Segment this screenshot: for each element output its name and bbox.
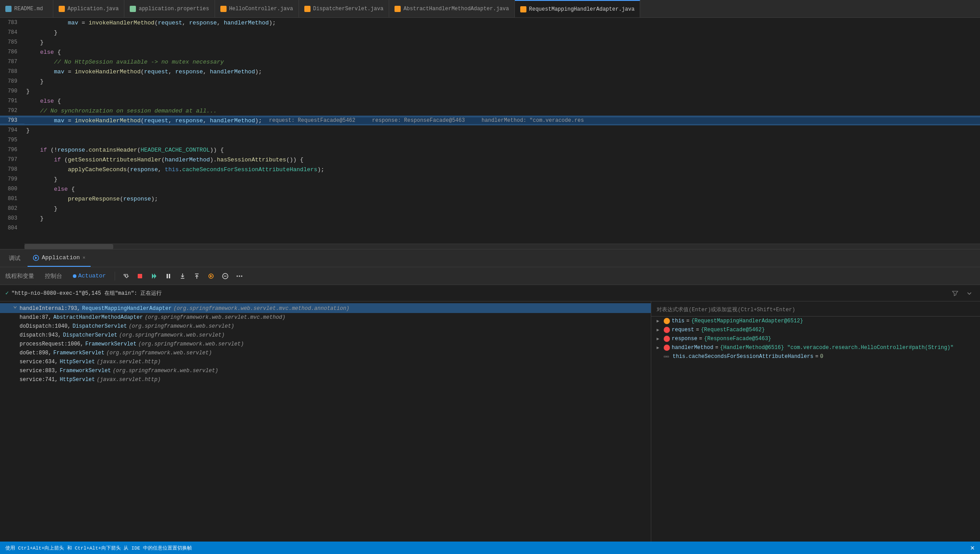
step-over-button[interactable] xyxy=(120,271,131,281)
line-content-794: } xyxy=(24,127,980,134)
actuator-label: Actuator xyxy=(78,273,106,279)
table-row: 793 mav = invokeHandlerMethod(request, r… xyxy=(0,116,980,125)
expand-icon-handlermethod: ▶ xyxy=(657,345,662,350)
vars-hint: 对表达式求值(Enter)或添加监视(Ctrl+Shift+Enter) xyxy=(651,303,980,317)
line-content-797: if (getSessionAttributesHandler(handlerM… xyxy=(24,157,980,163)
line-content-803: } xyxy=(24,215,980,222)
tab-label-appprops: application.properties xyxy=(139,6,209,12)
stack-frame-7[interactable]: service:883, FrameworkServlet (org.sprin… xyxy=(0,366,651,375)
tab-application[interactable]: Application.java xyxy=(53,0,124,17)
application-run-icon xyxy=(33,255,39,261)
tab-appprops[interactable]: application.properties xyxy=(124,0,215,17)
table-row: 797 if (getSessionAttributesHandler(hand… xyxy=(0,155,980,165)
var-value-response: {ResponseFacade@5463} xyxy=(704,336,771,342)
line-num-799: 799 xyxy=(0,176,24,182)
debug-tab-application-label: Application xyxy=(42,254,80,261)
tab-hello[interactable]: HelloController.java xyxy=(215,0,299,17)
frame-class-1: AbstractHandlerMethodAdapter xyxy=(53,314,143,321)
var-value-cacheseconds: 0 xyxy=(820,353,823,360)
debug-tab-close[interactable]: × xyxy=(83,255,86,261)
actuator-button[interactable]: Actuator xyxy=(69,272,109,280)
expand-icon-response: ▶ xyxy=(657,336,662,341)
collapse-button[interactable] xyxy=(964,288,975,298)
debug-panel: 调试 Application × 线程和变量 控制台 Actuator xyxy=(0,249,980,554)
line-content-804 xyxy=(24,225,980,232)
tab-icon-java-abstract xyxy=(394,6,401,12)
tab-icon-props xyxy=(130,6,136,12)
svg-marker-1 xyxy=(35,257,37,259)
var-value-this: {RequestMappingHandlerAdapter@6512} xyxy=(691,318,803,324)
line-num-803: 803 xyxy=(0,215,24,221)
var-type-icon-handlermethod xyxy=(664,345,670,351)
line-content-788: mav = invokeHandlerMethod(request, respo… xyxy=(24,68,980,75)
tab-bar: README.md Application.java application.p… xyxy=(0,0,980,18)
line-num-798: 798 xyxy=(0,166,24,173)
line-content-793: mav = invokeHandlerMethod(request, respo… xyxy=(24,117,980,124)
stack-frame-1[interactable]: handle:87, AbstractHandlerMethodAdapter … xyxy=(0,313,651,322)
var-row-response[interactable]: ▶ response = {ResponseFacade@5463} xyxy=(651,334,980,343)
var-row-request[interactable]: ▶ request = {RequestFacade@5462} xyxy=(651,325,980,334)
clear-button[interactable] xyxy=(220,271,231,281)
stop-button[interactable] xyxy=(135,271,145,281)
line-num-800: 800 xyxy=(0,186,24,192)
stack-frame-active[interactable]: handleInternal:793, RequestMappingHandle… xyxy=(0,303,651,313)
tab-readme[interactable]: README.md xyxy=(0,0,53,17)
tab-icon-java-reqmapping xyxy=(520,6,526,12)
debug-tab-debug[interactable]: 调试 xyxy=(4,249,26,267)
table-row: 802 } xyxy=(0,204,980,213)
stack-frame-8[interactable]: service:741, HttpServlet (javax.servlet.… xyxy=(0,375,651,384)
table-row: 785 } xyxy=(0,37,980,47)
tab-label-abstracthandler: AbstractHandlerMethodAdapter.java xyxy=(403,6,509,12)
svg-rect-2 xyxy=(138,274,142,278)
tab-reqmapping[interactable]: RequestMappingHandlerAdapter.java xyxy=(515,0,641,17)
stack-frame-2[interactable]: doDispatch:1040, DispatcherServlet (org.… xyxy=(0,322,651,331)
debug-content: handleInternal:793, RequestMappingHandle… xyxy=(0,301,980,553)
threads-label: 线程和变量 xyxy=(5,272,34,280)
step-into-button[interactable] xyxy=(177,271,188,281)
tab-label-dispatcher: DispatcherServlet.java xyxy=(313,6,383,12)
resume-button[interactable] xyxy=(149,271,159,281)
var-row-this[interactable]: ▶ this = {RequestMappingHandlerAdapter@6… xyxy=(651,317,980,325)
var-name-request: request xyxy=(672,327,694,333)
thread-stack-panel: handleInternal:793, RequestMappingHandle… xyxy=(0,301,651,553)
tab-label-hello: HelloController.java xyxy=(229,6,293,12)
var-row-cacheseconds[interactable]: ▶ ∞∞ this.cacheSecondsForSessionAttribut… xyxy=(651,352,980,361)
line-num-792: 792 xyxy=(0,108,24,114)
horizontal-scrollbar[interactable] xyxy=(24,244,980,249)
stack-frame-5[interactable]: doGet:898, FrameworkServlet (org.springf… xyxy=(0,349,651,357)
filter-button[interactable] xyxy=(950,288,960,298)
status-close-button[interactable]: ✕ xyxy=(970,543,975,552)
var-row-handlermethod[interactable]: ▶ handlerMethod = {HandlerMethod@6516} "… xyxy=(651,343,980,352)
stack-frame-6[interactable]: service:634, HttpServlet (javax.servlet.… xyxy=(0,357,651,366)
pause-button[interactable] xyxy=(163,271,174,281)
svg-point-13 xyxy=(239,275,240,277)
frame-pkg-3: (org.springframework.web.servlet) xyxy=(119,332,225,338)
var-name-handlermethod: handlerMethod xyxy=(672,345,713,351)
run-to-cursor-button[interactable] xyxy=(206,271,216,281)
tab-dispatcher[interactable]: DispatcherServlet.java xyxy=(299,0,389,17)
stack-frame-3[interactable]: dispatch:943, DispatcherServlet (org.spr… xyxy=(0,331,651,340)
frame-loc-3: dispatch:943, xyxy=(20,332,61,338)
frame-pkg-2: (org.springframework.web.servlet) xyxy=(129,323,235,329)
line-num-784: 784 xyxy=(0,29,24,36)
stop-icon xyxy=(137,273,143,279)
var-type-icon-request xyxy=(664,327,670,333)
more-button[interactable] xyxy=(234,271,245,281)
line-content-800: else { xyxy=(24,186,980,193)
code-lines: 783 mav = invokeHandlerMethod(request, r… xyxy=(0,18,980,233)
tab-icon-java-hello xyxy=(220,6,227,12)
var-equals-response: = xyxy=(699,336,702,342)
table-row: 799 } xyxy=(0,174,980,184)
line-num-785: 785 xyxy=(0,39,24,45)
step-out-button[interactable] xyxy=(191,271,202,281)
frame-class-8: HttpServlet xyxy=(60,377,95,383)
code-editor: 783 mav = invokeHandlerMethod(request, r… xyxy=(0,18,980,249)
line-num-804: 804 xyxy=(0,225,24,231)
frame-pkg-6: (javax.servlet.http) xyxy=(97,359,161,365)
table-row: 788 mav = invokeHandlerMethod(request, r… xyxy=(0,67,980,76)
debug-tab-application[interactable]: Application × xyxy=(28,249,91,267)
stack-frame-4[interactable]: processRequest:1006, FrameworkServlet (o… xyxy=(0,340,651,349)
tab-abstracthandler[interactable]: AbstractHandlerMethodAdapter.java xyxy=(389,0,515,17)
frame-pkg-0: (org.springframework.web.servlet.mvc.met… xyxy=(173,305,349,312)
step-out-icon xyxy=(193,273,200,280)
